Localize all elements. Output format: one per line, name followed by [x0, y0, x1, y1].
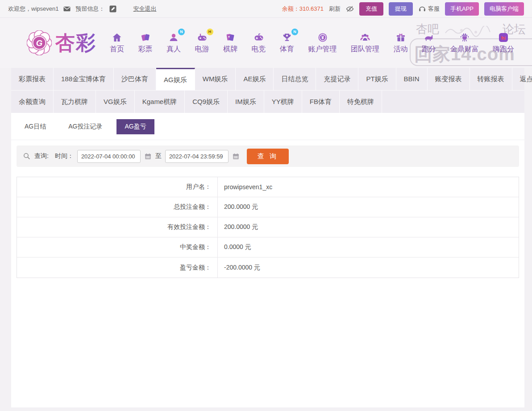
tab-account-change-report[interactable]: 账变报表	[428, 68, 470, 90]
nav-item-egames[interactable]: H 电游	[195, 32, 209, 54]
query-label: 查询:	[34, 152, 49, 160]
recharge-button[interactable]: 充值	[359, 2, 383, 16]
envelope-icon[interactable]	[63, 5, 71, 13]
row-value: -200.0000 元	[218, 257, 260, 278]
customer-service-label: 客服	[428, 5, 440, 13]
table-row: 总投注金额： 200.0000 元	[17, 197, 519, 217]
query-button[interactable]: 查 询	[247, 149, 289, 164]
main-panel: 彩票报表 188金宝博体育 沙巴体育 AG娱乐 WM娱乐 AE娱乐 日结总览 充…	[11, 68, 524, 407]
reserved-info-label: 预留信息：	[75, 5, 104, 13]
row-label: 有效投注金额：	[17, 217, 218, 237]
subtab-ag-bet-record[interactable]: AG投注记录	[60, 119, 110, 134]
nav-item-account[interactable]: ¥ 账户管理	[308, 32, 337, 54]
nav-item-jinding[interactable]: 金鼎财富	[450, 32, 479, 54]
tab-vg-entertainment[interactable]: VG娱乐	[96, 91, 135, 113]
row-label: 用户名：	[17, 177, 218, 197]
nav-item-promotions[interactable]: 活动	[394, 32, 408, 54]
tab-cq9-entertainment[interactable]: CQ9娱乐	[185, 91, 228, 113]
row-value: 200.0000 元	[218, 217, 258, 237]
calendar-icon-start[interactable]	[144, 153, 152, 160]
nav-label: 嗨跑分	[493, 45, 514, 54]
trophy-icon	[281, 32, 293, 43]
nav-item-lottery[interactable]: 彩票	[138, 32, 153, 54]
gamepad-icon	[196, 32, 208, 43]
nav-label: 真人	[166, 45, 181, 54]
subtab-ag-profit-loss[interactable]: AG盈亏	[116, 119, 154, 134]
svg-text:hi: hi	[501, 35, 506, 41]
ding-icon	[458, 32, 471, 43]
tab-wm-entertainment[interactable]: WM娱乐	[195, 68, 236, 90]
live-person-icon	[167, 32, 180, 43]
tab-temian-cards[interactable]: 特免棋牌	[340, 91, 382, 113]
nav-label: 跑分	[422, 45, 436, 54]
brand-name: 杏彩	[55, 30, 96, 56]
tab-transfer-report[interactable]: 转账报表	[470, 68, 512, 90]
row-label: 盈亏金额：	[17, 257, 218, 278]
balance-value: 310.6371	[299, 5, 324, 12]
tab-daily-overview[interactable]: 日结总览	[274, 68, 316, 90]
esports-icon	[253, 32, 265, 43]
nav-label: 团队管理	[351, 45, 379, 54]
account-icon: ¥	[316, 32, 329, 43]
start-time-input[interactable]	[77, 150, 141, 163]
tab-188-sports[interactable]: 188金宝博体育	[54, 68, 114, 90]
mobile-app-button[interactable]: 手机APP	[445, 2, 479, 16]
tab-im-entertainment[interactable]: IM娱乐	[228, 91, 264, 113]
tab-row-2: 余额查询 瓦力棋牌 VG娱乐 Kgame棋牌 CQ9娱乐 IM娱乐 YY棋牌 F…	[11, 90, 524, 113]
tab-wali-cards[interactable]: 瓦力棋牌	[54, 91, 96, 113]
edit-icon[interactable]	[109, 5, 117, 13]
site-header: G 杏彩 首页 彩票 N 真人	[0, 18, 532, 68]
top-bar: 欢迎您，wipseven1 预留信息： 安全退出 余额：310.6371 刷新 …	[0, 0, 532, 18]
tab-kgame-cards[interactable]: Kgame棋牌	[135, 91, 185, 113]
home-icon	[111, 32, 123, 43]
tab-ae-entertainment[interactable]: AE娱乐	[236, 68, 274, 90]
tab-saba-sports[interactable]: 沙巴体育	[114, 68, 156, 90]
table-row: 盈亏金额： -200.0000 元	[17, 257, 519, 278]
logout-link[interactable]: 安全退出	[133, 5, 156, 13]
pc-client-button[interactable]: 电脑客户端	[484, 2, 524, 16]
nav-label: 彩票	[138, 45, 153, 54]
nav-item-team[interactable]: 团队管理	[351, 32, 379, 54]
ag-subtabs: AG日结 AG投注记录 AG盈亏	[11, 113, 524, 140]
nav-item-sports[interactable]: N 体育	[280, 32, 294, 54]
withdraw-button[interactable]: 提现	[389, 2, 413, 16]
nav-item-paofen[interactable]: 跑分	[422, 32, 436, 54]
tab-yy-cards[interactable]: YY棋牌	[264, 91, 302, 113]
tab-pt-entertainment[interactable]: PT娱乐	[358, 68, 396, 90]
nav-label: 活动	[394, 45, 408, 54]
hot-badge: H	[207, 29, 213, 35]
nav-item-cards[interactable]: 棋牌	[223, 32, 237, 54]
nav-label: 电游	[195, 45, 209, 54]
tab-deposit-withdraw-record[interactable]: 充提记录	[316, 68, 358, 90]
tab-balance-query[interactable]: 余额查询	[11, 91, 54, 113]
eye-slash-icon[interactable]	[346, 5, 354, 13]
brand-logo[interactable]: G 杏彩	[27, 30, 96, 56]
tab-fb-sports[interactable]: FB体育	[302, 91, 340, 113]
tab-ag-entertainment[interactable]: AG娱乐	[156, 68, 195, 90]
table-row: 中奖金额： 0.0000 元	[17, 237, 519, 257]
subtab-ag-daily[interactable]: AG日结	[17, 119, 54, 134]
report-tabstrip: 彩票报表 188金宝博体育 沙巴体育 AG娱乐 WM娱乐 AE娱乐 日结总览 充…	[11, 68, 524, 113]
calendar-icon-end[interactable]	[232, 153, 240, 160]
tab-bbin[interactable]: BBIN	[396, 68, 428, 90]
tab-lottery-report[interactable]: 彩票报表	[11, 68, 54, 90]
nav-item-hipaofen[interactable]: hi 嗨跑分	[493, 32, 514, 54]
nav-label: 首页	[110, 45, 124, 54]
tab-rebate-total[interactable]: 返点总额	[512, 68, 532, 90]
new-badge: N	[178, 29, 185, 35]
balance-text: 余额：310.6371	[282, 5, 324, 13]
nav-item-home[interactable]: 首页	[110, 32, 124, 54]
svg-text:¥: ¥	[321, 35, 324, 40]
hi-app-icon: hi	[497, 32, 510, 43]
customer-service-button[interactable]: 客服	[418, 5, 440, 13]
refresh-button[interactable]: 刷新	[329, 5, 341, 13]
row-value: 200.0000 元	[218, 197, 258, 217]
nav-label: 金鼎财富	[450, 45, 479, 54]
time-label: 时间：	[55, 152, 74, 160]
flower-logo-icon: G	[27, 30, 52, 55]
end-time-input[interactable]	[165, 150, 229, 163]
new-badge: N	[291, 29, 298, 35]
nav-item-esports[interactable]: 电竞	[252, 32, 266, 54]
search-icon	[23, 152, 31, 160]
nav-item-live[interactable]: N 真人	[166, 32, 181, 54]
